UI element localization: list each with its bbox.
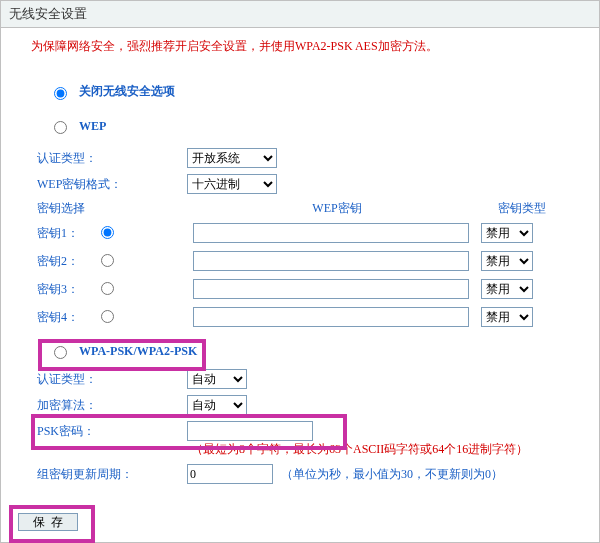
- wep-label: WEP: [79, 119, 106, 134]
- wpa-groupkey-row: 组密钥更新周期： （单位为秒，最小值为30，不更新则为0）: [37, 464, 569, 484]
- security-warning: 为保障网络安全，强烈推荐开启安全设置，并使用WPA2-PSK AES加密方法。: [31, 38, 569, 55]
- wpa-auth-label: 认证类型：: [37, 371, 187, 388]
- wep-keyformat-select[interactable]: 十六进制: [187, 174, 277, 194]
- wpa-groupkey-unit: （单位为秒，最小值为30，不更新则为0）: [281, 466, 503, 483]
- wepkey-header: WEP密钥: [197, 200, 477, 217]
- wpa-label: WPA-PSK/WPA2-PSK: [79, 344, 197, 359]
- wep-auth-row: 认证类型： 开放系统: [37, 148, 569, 168]
- wep-key-row-4: 密钥4：禁用: [37, 307, 569, 327]
- wep-key-input-4[interactable]: [193, 307, 469, 327]
- wpa-row: WPA-PSK/WPA2-PSK: [49, 343, 569, 359]
- wep-keyformat-row: WEP密钥格式： 十六进制: [37, 174, 569, 194]
- wpa-enc-label: 加密算法：: [37, 397, 187, 414]
- window-title: 无线安全设置: [1, 1, 599, 28]
- wep-radio[interactable]: [54, 121, 67, 134]
- wpa-enc-select[interactable]: 自动: [187, 395, 247, 415]
- wep-key-radio-4[interactable]: [101, 310, 114, 323]
- wep-key-label-3: 密钥3：: [37, 282, 79, 296]
- wep-key-label-2: 密钥2：: [37, 254, 79, 268]
- wpa-groupkey-input[interactable]: [187, 464, 273, 484]
- wpa-psk-row: PSK密码：: [37, 421, 569, 441]
- wep-key-row-2: 密钥2：禁用: [37, 251, 569, 271]
- wpa-psk-input[interactable]: [187, 421, 313, 441]
- wep-key-radio-3[interactable]: [101, 282, 114, 295]
- wep-key-type-select-4[interactable]: 禁用: [481, 307, 533, 327]
- wep-keyformat-label: WEP密钥格式：: [37, 176, 187, 193]
- wpa-radio[interactable]: [54, 346, 67, 359]
- wep-key-label-1: 密钥1：: [37, 226, 79, 240]
- wep-key-row-3: 密钥3：禁用: [37, 279, 569, 299]
- content-area: 为保障网络安全，强烈推荐开启安全设置，并使用WPA2-PSK AES加密方法。 …: [1, 28, 599, 484]
- wpa-psk-note: （最短为8个字符，最长为63个ASCII码字符或64个16进制字符）: [191, 441, 569, 458]
- wep-auth-label: 认证类型：: [37, 150, 187, 167]
- wpa-auth-select[interactable]: 自动: [187, 369, 247, 389]
- wep-key-header: 密钥选择 WEP密钥 密钥类型: [37, 200, 569, 217]
- settings-window: 无线安全设置 为保障网络安全，强烈推荐开启安全设置，并使用WPA2-PSK AE…: [0, 0, 600, 543]
- wpa-psk-label: PSK密码：: [37, 423, 187, 440]
- keytype-header: 密钥类型: [477, 200, 567, 217]
- wpa-enc-row: 加密算法： 自动: [37, 395, 569, 415]
- wep-key-type-select-1[interactable]: 禁用: [481, 223, 533, 243]
- wep-key-input-3[interactable]: [193, 279, 469, 299]
- disable-security-row: 关闭无线安全选项: [49, 83, 569, 100]
- wep-key-input-2[interactable]: [193, 251, 469, 271]
- wep-key-radio-2[interactable]: [101, 254, 114, 267]
- wpa-groupkey-label: 组密钥更新周期：: [37, 466, 187, 483]
- wep-key-radio-1[interactable]: [101, 226, 114, 239]
- wep-key-type-select-3[interactable]: 禁用: [481, 279, 533, 299]
- wep-auth-select[interactable]: 开放系统: [187, 148, 277, 168]
- wep-key-type-select-2[interactable]: 禁用: [481, 251, 533, 271]
- disable-security-label: 关闭无线安全选项: [79, 83, 175, 100]
- wep-key-input-1[interactable]: [193, 223, 469, 243]
- wep-key-row-1: 密钥1：禁用: [37, 223, 569, 243]
- keyselect-header: 密钥选择: [37, 200, 97, 217]
- wep-key-label-4: 密钥4：: [37, 310, 79, 324]
- wpa-auth-row: 认证类型： 自动: [37, 369, 569, 389]
- save-button[interactable]: 保存: [18, 513, 78, 531]
- disable-security-radio[interactable]: [54, 87, 67, 100]
- wep-row: WEP: [49, 118, 569, 134]
